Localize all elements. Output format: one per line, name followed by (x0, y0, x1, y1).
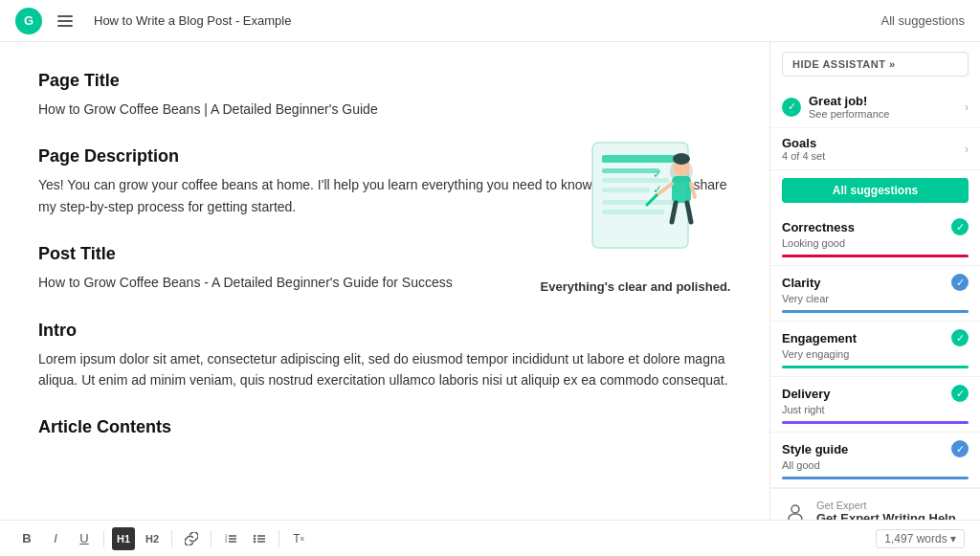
illustration-area: ✓ ✓ Everything's clear and polished. (540, 119, 731, 294)
svg-point-37 (254, 540, 256, 542)
great-job-title: Great job! (809, 94, 965, 108)
great-job-icon: ✓ (782, 98, 801, 117)
svg-rect-13 (672, 176, 691, 203)
goals-row[interactable]: Goals 4 of 4 set › (770, 128, 980, 170)
great-job-sub: See performance (809, 108, 965, 120)
writing-help-text: Get Expert Get Expert Writing Help (816, 500, 956, 521)
word-count[interactable]: 1,497 words ▾ (876, 529, 965, 548)
underline-button[interactable]: U (73, 527, 96, 550)
intro-content[interactable]: Lorem ipsum dolor sit amet, consectetur … (38, 348, 731, 391)
document-title: How to Write a Blog Post - Example (94, 13, 881, 28)
svg-rect-7 (602, 188, 650, 192)
suggestion-engagement-icon: ✓ (951, 329, 969, 346)
svg-point-12 (673, 153, 690, 165)
page-title-section: Page Title How to Grow Coffee Beans | A … (38, 71, 731, 120)
svg-rect-2 (57, 25, 73, 27)
menu-icon[interactable] (52, 8, 78, 34)
page-title-content[interactable]: How to Grow Coffee Beans | A Detailed Be… (38, 99, 731, 120)
main-layout: Page Title How to Grow Coffee Beans | A … (0, 42, 980, 520)
writing-help-icon (782, 499, 809, 520)
suggestion-delivery-bar (782, 421, 969, 424)
writing-help-item[interactable]: Get Expert Get Expert Writing Help (770, 489, 980, 520)
suggestion-correctness-sub: Looking good (782, 237, 969, 249)
top-bar: G How to Write a Blog Post - Example All… (0, 0, 980, 42)
tab-all-suggestions[interactable]: All suggestions (782, 178, 969, 203)
svg-rect-1 (57, 20, 73, 22)
suggestion-clarity-icon: ✓ (951, 274, 969, 291)
svg-rect-9 (602, 210, 664, 214)
svg-point-21 (791, 505, 799, 513)
suggestions-tabs: All suggestions (782, 178, 969, 203)
bold-button[interactable]: B (15, 527, 38, 550)
hide-assistant-button[interactable]: HIDE ASSISTANT » (782, 52, 969, 77)
suggestion-style_guide-icon: ✓ (951, 440, 969, 457)
svg-text:✓: ✓ (653, 167, 662, 181)
svg-rect-0 (57, 15, 73, 17)
intro-section: Intro Lorem ipsum dolor sit amet, consec… (38, 321, 731, 391)
italic-button[interactable]: I (44, 527, 67, 550)
toolbar-divider-3 (211, 530, 212, 547)
suggestion-delivery-icon: ✓ (951, 385, 969, 402)
illustration-caption: Everything's clear and polished. (541, 279, 731, 294)
suggestion-engagement[interactable]: Engagement✓Very engaging (770, 322, 980, 377)
toolbar-divider-4 (278, 530, 279, 547)
suggestion-delivery[interactable]: Delivery✓Just right (770, 377, 980, 433)
svg-point-36 (254, 537, 256, 539)
suggestion-style_guide-sub: All good (782, 459, 969, 471)
svg-text:✓: ✓ (653, 183, 662, 196)
svg-rect-5 (602, 168, 659, 173)
link-button[interactable] (180, 527, 203, 550)
great-job-text: Great job! See performance (809, 94, 965, 120)
suggestion-style_guide-bar (782, 477, 969, 479)
suggestion-engagement-label: Engagement (782, 331, 947, 345)
suggestion-clarity-bar (782, 310, 969, 313)
suggestion-correctness-bar (782, 255, 969, 257)
svg-line-15 (691, 184, 695, 197)
intro-label: Intro (38, 321, 731, 341)
article-contents-label: Article Contents (38, 417, 731, 437)
suggestion-clarity[interactable]: Clarity✓Very clear (770, 266, 980, 322)
svg-rect-4 (602, 155, 679, 163)
great-job-row[interactable]: ✓ Great job! See performance › (770, 86, 980, 128)
h2-button[interactable]: H2 (141, 527, 164, 550)
suggestion-style_guide[interactable]: Style guide✓All good (770, 433, 980, 488)
svg-text:3: 3 (225, 539, 228, 544)
suggestion-correctness[interactable]: Correctness✓Looking good (770, 211, 980, 266)
illustration-svg: ✓ ✓ (540, 119, 731, 272)
suggestion-correctness-label: Correctness (782, 220, 947, 234)
suggestion-clarity-sub: Very clear (782, 293, 969, 304)
h1-button[interactable]: H1 (112, 527, 135, 550)
bottom-actions: Get Expert Get Expert Writing Help Plagi… (770, 488, 980, 520)
svg-point-35 (254, 534, 256, 536)
toolbar-divider-1 (103, 530, 104, 547)
goals-text: Goals 4 of 4 set (782, 136, 965, 162)
goals-chevron: › (965, 143, 969, 156)
suggestion-correctness-icon: ✓ (951, 218, 969, 235)
page-title-label: Page Title (38, 71, 731, 91)
suggestion-engagement-sub: Very engaging (782, 348, 969, 360)
suggestion-style_guide-label: Style guide (782, 442, 947, 456)
article-contents-section: Article Contents (38, 417, 731, 437)
grammarly-logo: G (15, 8, 42, 34)
suggestion-engagement-bar (782, 366, 969, 368)
suggestion-clarity-label: Clarity (782, 276, 947, 290)
suggestions-list: Correctness✓Looking goodClarity✓Very cle… (770, 211, 980, 488)
clear-format-button[interactable]: Tx (287, 527, 310, 550)
ordered-list-button[interactable]: 123 (219, 527, 242, 550)
goals-sub: 4 of 4 set (782, 150, 965, 162)
unordered-list-button[interactable] (248, 527, 271, 550)
right-panel: HIDE ASSISTANT » ✓ Great job! See perfor… (769, 42, 980, 520)
editor-area[interactable]: Page Title How to Grow Coffee Beans | A … (0, 42, 769, 520)
svg-rect-8 (602, 200, 679, 205)
toolbar-divider-2 (171, 530, 172, 547)
suggestion-delivery-sub: Just right (782, 404, 969, 415)
goals-title: Goals (782, 136, 965, 150)
suggestions-label: All suggestions (881, 13, 965, 28)
suggestion-delivery-label: Delivery (782, 387, 947, 401)
toolbar: B I U H1 H2 123 Tx 1,497 words ▾ (0, 520, 980, 556)
great-job-chevron: › (965, 100, 969, 114)
